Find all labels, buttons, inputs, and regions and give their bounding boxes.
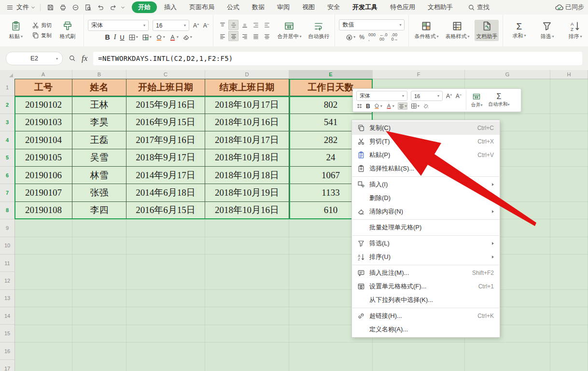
wrap-text-button[interactable]: 自动换行 xyxy=(307,20,331,41)
thousand-separator-button[interactable]: 000, xyxy=(368,33,376,42)
column-header-C[interactable]: C xyxy=(126,70,205,79)
table-cell[interactable]: 林雪 xyxy=(72,167,126,184)
table-cell[interactable]: 20190105 xyxy=(14,149,72,167)
mini-borders-button[interactable]: ▾ xyxy=(411,103,420,109)
mini-increase-font-button[interactable]: A+ xyxy=(446,93,452,100)
tab-安全[interactable]: 安全 xyxy=(322,1,345,13)
number-format-select[interactable]: 数值▾ xyxy=(339,19,405,30)
mini-style-icon[interactable] xyxy=(356,103,363,109)
table-cell[interactable]: 李四 xyxy=(72,202,126,219)
table-cell[interactable]: 吴雪 xyxy=(72,149,126,167)
font-size-select[interactable]: 16▾ xyxy=(153,20,189,31)
table-cell[interactable]: 2018年10月17日 xyxy=(205,96,289,114)
menu-item-删除[interactable]: 删除(D) xyxy=(352,191,500,205)
table-cell[interactable]: 2014年6月18日 xyxy=(126,184,205,201)
borders-button[interactable]: ▾ xyxy=(128,34,138,41)
tab-特色应用[interactable]: 特色应用 xyxy=(385,1,420,13)
table-cell[interactable]: 20190108 xyxy=(14,202,72,219)
tab-开发工具[interactable]: 开发工具 xyxy=(347,1,383,13)
italic-button[interactable]: I xyxy=(114,33,116,41)
remove-icon[interactable] xyxy=(70,1,81,13)
table-cell[interactable]: 2016年6月15日 xyxy=(126,202,205,219)
menu-item-定义名称[interactable]: 定义名称(A)... xyxy=(352,323,500,336)
font-name-select[interactable]: 宋体▾ xyxy=(88,20,149,31)
tab-文档助手[interactable]: 文档助手 xyxy=(422,1,458,13)
name-box[interactable]: E2▾ xyxy=(6,52,63,65)
align-top-button[interactable] xyxy=(217,20,227,30)
tab-数据[interactable]: 数据 xyxy=(247,1,270,13)
increase-font-button[interactable]: A+ xyxy=(193,22,199,29)
table-cell[interactable]: 20190103 xyxy=(14,114,72,131)
mini-align-center-button[interactable]: ▾ xyxy=(398,102,407,110)
format-painter-button[interactable]: 格式刷 xyxy=(56,20,80,41)
menu-item-排序[interactable]: AZ排序(U) xyxy=(352,250,500,264)
print-icon[interactable] xyxy=(57,1,69,13)
tab-视图[interactable]: 视图 xyxy=(297,1,320,13)
row-header-2[interactable]: 2 xyxy=(0,96,14,114)
select-all-corner[interactable] xyxy=(0,70,15,79)
table-cell[interactable]: 张强 xyxy=(72,184,126,201)
filter-button[interactable]: 筛选▾ xyxy=(535,20,559,41)
underline-button[interactable]: U xyxy=(120,34,124,41)
column-header-E[interactable]: E xyxy=(289,70,373,79)
table-cell[interactable]: 20190104 xyxy=(14,131,72,149)
table-header-cell[interactable]: 结束上班日期 xyxy=(205,79,289,96)
distribute-button[interactable] xyxy=(262,31,272,41)
table-cell[interactable]: 2018年9月17日 xyxy=(126,149,205,167)
row-header-3[interactable]: 3 xyxy=(0,114,14,131)
menu-item-复制[interactable]: 复制(C)Ctrl+C xyxy=(352,121,500,135)
row-header-13[interactable]: 13 xyxy=(0,290,14,307)
menu-item-选择性粘贴[interactable]: 选择性粘贴(S)... xyxy=(352,162,500,175)
cells-area[interactable]: 工号姓名开始上班日期结束上班日期工作日天数20190102王林2015年9月16… xyxy=(14,79,588,371)
autosum-button[interactable]: Σ 求和▾ xyxy=(507,21,531,41)
align-center-button[interactable] xyxy=(228,31,238,41)
tab-页面布局[interactable]: 页面布局 xyxy=(184,1,220,13)
menu-item-超链接[interactable]: 超链接(H)...Ctrl+K xyxy=(352,309,500,323)
row-header-16[interactable]: 16 xyxy=(0,342,14,360)
table-cell[interactable]: 2014年9月17日 xyxy=(126,167,205,184)
column-header-D[interactable]: D xyxy=(205,70,289,79)
menu-item-设置单元格格式[interactable]: 设置单元格格式(F)...Ctrl+1 xyxy=(352,280,500,293)
tab-插入[interactable]: 插入 xyxy=(159,1,182,13)
mini-font-name-select[interactable]: 宋体▾ xyxy=(356,91,407,101)
row-header-17[interactable]: 17 xyxy=(0,360,14,371)
table-cell[interactable]: 王磊 xyxy=(72,131,126,149)
table-header-cell[interactable]: 工号 xyxy=(14,79,72,96)
align-left-button[interactable] xyxy=(217,31,227,41)
mini-fill-color-button[interactable]: ▾ xyxy=(374,103,382,109)
mini-bold-button[interactable]: B xyxy=(366,103,370,110)
currency-button[interactable]: ▾ xyxy=(346,34,355,41)
row-header-14[interactable]: 14 xyxy=(0,307,14,325)
table-header-cell[interactable]: 姓名 xyxy=(72,79,126,96)
row-header-10[interactable]: 10 xyxy=(0,237,14,255)
table-cell[interactable]: 2018年10月18日 xyxy=(205,167,289,184)
menu-item-插入[interactable]: 插入(I) xyxy=(352,178,500,191)
percent-button[interactable]: % xyxy=(359,34,364,41)
print-preview-icon[interactable] xyxy=(82,1,94,13)
menu-item-筛选[interactable]: 筛选(L) xyxy=(352,237,500,250)
mini-font-color-button[interactable]: ▾ xyxy=(386,103,394,109)
column-header-B[interactable]: B xyxy=(72,70,126,79)
row-header-8[interactable]: 8 xyxy=(0,202,14,219)
decrease-indent-button[interactable] xyxy=(251,20,261,30)
menu-item-清除内容[interactable]: 清除内容(N) xyxy=(352,205,500,218)
row-header-7[interactable]: 7 xyxy=(0,184,14,201)
table-cell[interactable]: 2017年9月16日 xyxy=(126,131,205,149)
fill-color-button[interactable]: ▾ xyxy=(155,34,165,41)
cut-button[interactable]: 剪切 xyxy=(32,22,52,29)
menu-item-粘贴[interactable]: 粘贴(P)Ctrl+V xyxy=(352,148,500,162)
column-header-H[interactable]: H xyxy=(550,70,588,79)
mini-font-size-select[interactable]: 16▾ xyxy=(411,91,443,101)
clear-format-button[interactable]: ▾ xyxy=(182,34,192,41)
redo-icon[interactable] xyxy=(107,1,119,13)
align-right-button[interactable] xyxy=(239,31,250,41)
formula-input[interactable]: =NETWORKDAYS.INTL(C2,D2,1,F2:F5) xyxy=(93,52,582,65)
mini-bucket-icon[interactable] xyxy=(423,103,429,109)
tab-审阅[interactable]: 审阅 xyxy=(272,1,295,13)
copy-button[interactable]: 复制 xyxy=(32,32,52,39)
table-cell[interactable]: 2018年10月17日 xyxy=(205,131,289,149)
increase-decimal-button[interactable]: ←.000 xyxy=(379,33,388,42)
decrease-font-button[interactable]: A− xyxy=(203,22,210,29)
row-header-12[interactable]: 12 xyxy=(0,272,14,289)
increase-indent-button[interactable] xyxy=(262,20,272,30)
